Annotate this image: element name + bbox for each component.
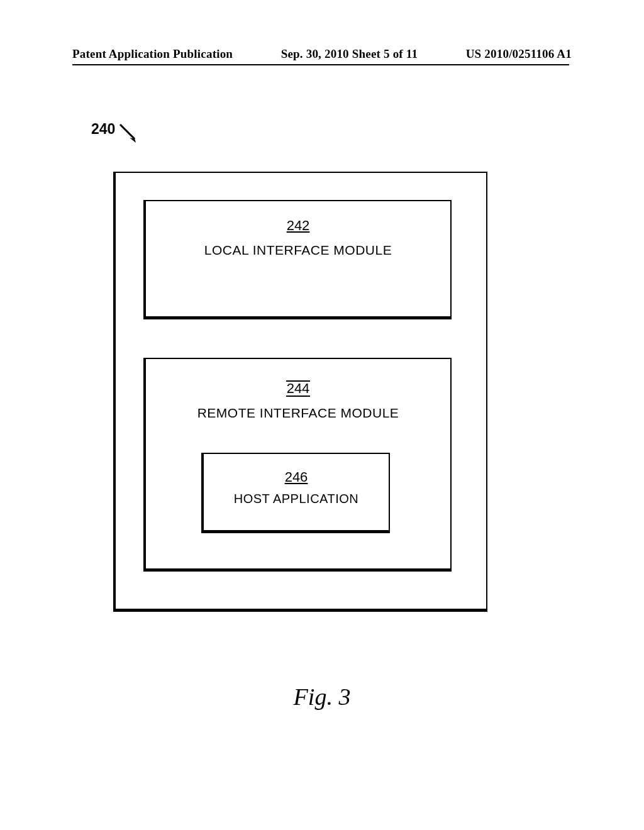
header-right: US 2010/0251106 A1 — [466, 47, 572, 61]
host-application-box: 246 HOST APPLICATION — [201, 453, 390, 533]
local-module-ref: 242 — [146, 218, 450, 234]
page-header: Patent Application Publication Sep. 30, … — [0, 47, 644, 61]
host-app-label: HOST APPLICATION — [204, 492, 389, 506]
figure-ref-number: 240 — [91, 121, 115, 138]
header-left: Patent Application Publication — [72, 47, 233, 61]
local-module-label: LOCAL INTERFACE MODULE — [146, 243, 450, 258]
local-interface-module-box: 242 LOCAL INTERFACE MODULE — [143, 200, 452, 319]
remote-module-label: REMOTE INTERFACE MODULE — [146, 406, 450, 421]
header-center: Sep. 30, 2010 Sheet 5 of 11 — [281, 47, 418, 61]
leader-arrow-icon — [118, 123, 143, 148]
host-app-ref: 246 — [204, 469, 389, 485]
figure-caption: Fig. 3 — [0, 683, 644, 711]
header-rule — [72, 64, 569, 65]
remote-module-ref: 244 — [146, 380, 450, 397]
